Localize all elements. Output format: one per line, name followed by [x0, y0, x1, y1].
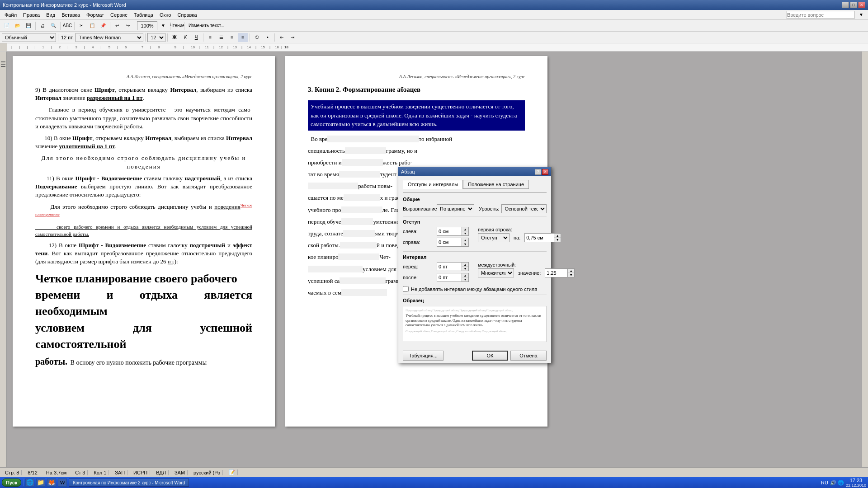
read-btn[interactable]: Чтение [172, 21, 182, 30]
taskbar-ie-icon[interactable]: 🌐 [25, 479, 34, 487]
align-select[interactable]: По ширине [437, 204, 474, 213]
style-select[interactable]: Обычный [2, 33, 56, 42]
open-btn[interactable]: 📂 [13, 21, 23, 30]
menu-help[interactable]: Справка [175, 11, 199, 19]
close-button[interactable]: ✕ [858, 2, 865, 8]
print-btn[interactable]: 🖨 [38, 21, 47, 30]
vertical-scrollbar[interactable] [862, 52, 868, 467]
menu-edit[interactable]: Правка [20, 11, 42, 19]
redo-btn[interactable]: ↪ [123, 21, 133, 30]
taskbar-folder-icon[interactable]: 📁 [36, 479, 45, 487]
cut-btn[interactable]: ✂ [76, 21, 86, 30]
para-11: 11) В окне Шрифт - Видоизменение ставим … [35, 174, 252, 199]
left-indent-down[interactable]: ▼ [462, 231, 468, 235]
search-help-btn[interactable]: ▼ [856, 10, 866, 19]
dialog-title-bar: Абзац ? ✕ [398, 167, 551, 176]
menu-format[interactable]: Формат [84, 11, 107, 19]
before-input[interactable] [437, 262, 462, 271]
undo-btn[interactable]: ↩ [112, 21, 122, 30]
left-indent-input[interactable] [437, 227, 462, 236]
tab-indent-interval[interactable]: Отступы и интервалы [403, 180, 463, 189]
interval-row: перед: ▲ ▼ после: [403, 262, 547, 284]
right-indent-spin[interactable]: ▲ ▼ [437, 238, 469, 247]
font-size-pt-label: 12 пт, [61, 35, 74, 40]
indent-decrease-btn[interactable]: ⇤ [277, 33, 287, 42]
before-down[interactable]: ▼ [462, 267, 468, 271]
font-name-select[interactable]: Times New Roman [75, 33, 143, 42]
dialog-close-btn[interactable]: ✕ [542, 169, 548, 175]
font-size-select[interactable]: 12 [147, 33, 165, 42]
first-line-down[interactable]: ▼ [554, 238, 561, 242]
no-space-row: Не добавлять интервал между абзацами одн… [403, 286, 547, 292]
cancel-button[interactable]: Отмена [510, 351, 547, 361]
save-btn[interactable]: 💾 [24, 21, 33, 30]
line-spacing-up[interactable]: ▲ [568, 269, 574, 273]
para-main1: Главное в период обучения в университете… [35, 106, 252, 131]
right-indent-down[interactable]: ▼ [462, 242, 468, 246]
tab-page-position[interactable]: Положение на странице [463, 180, 529, 189]
line-spacing-select[interactable]: Множитель [478, 268, 514, 277]
line-spacing-size-spin[interactable]: ▲ ▼ [545, 268, 575, 277]
line-spacing-down[interactable]: ▼ [568, 273, 574, 277]
menu-view[interactable]: Вид [43, 11, 58, 19]
after-input[interactable] [437, 273, 462, 282]
first-line-label: первая строка: [478, 227, 561, 232]
align-justify-btn[interactable]: ≡ [238, 33, 248, 42]
dialog-help-btn[interactable]: ? [535, 169, 541, 175]
taskbar-word-item[interactable]: Контрольная по Информатике 2 курс - Micr… [69, 479, 189, 487]
spell-btn[interactable]: ABC [62, 21, 72, 30]
taskbar-word-icon[interactable]: W [58, 479, 67, 487]
ok-button[interactable]: ОК [472, 351, 508, 361]
zoom-box[interactable]: 100% [137, 21, 157, 30]
taskbar-browser-icon[interactable]: 🦊 [47, 479, 56, 487]
first-line-size-input[interactable] [524, 233, 554, 242]
menu-file[interactable]: Файл [2, 11, 19, 19]
zoom-dropdown[interactable]: ▼ [158, 21, 168, 30]
before-up[interactable]: ▲ [462, 263, 468, 267]
menu-table[interactable]: Таблица [131, 11, 156, 19]
time-display: 17:23 [850, 478, 863, 483]
paste-btn[interactable]: 📌 [98, 21, 108, 30]
tab-button[interactable]: Табуляция... [403, 351, 443, 361]
left-indent-up[interactable]: ▲ [462, 227, 468, 231]
menu-tools[interactable]: Сервис [108, 11, 130, 19]
minimize-button[interactable]: _ [842, 2, 849, 8]
dialog-title-buttons[interactable]: ? ✕ [535, 169, 548, 175]
bold-btn[interactable]: Ж [170, 33, 179, 42]
new-btn[interactable]: 📄 [2, 21, 12, 30]
align-right-btn[interactable]: ≡ [227, 33, 237, 42]
left-indent-spin[interactable]: ▲ ▼ [437, 227, 469, 236]
window-controls[interactable]: _ □ ✕ [842, 2, 865, 8]
sep1 [35, 22, 36, 30]
menu-window[interactable]: Окно [157, 11, 174, 19]
level-select[interactable]: Основной текст [501, 204, 547, 213]
no-space-checkbox[interactable] [403, 286, 409, 292]
preview-btn[interactable]: 🔍 [48, 21, 58, 30]
first-line-select[interactable]: Отступ [478, 233, 509, 242]
help-search[interactable] [787, 11, 854, 19]
modify-text-btn[interactable]: Изменить текст... [186, 21, 226, 30]
line-spacing-size-input[interactable] [545, 268, 567, 277]
chapter-title: 3. Копия 2. Форматирование абзацев [308, 86, 525, 94]
copy-btn[interactable]: 📋 [87, 21, 97, 30]
first-line-up[interactable]: ▲ [554, 234, 561, 238]
italic-btn[interactable]: К [180, 33, 190, 42]
maximize-button[interactable]: □ [850, 2, 857, 8]
menu-insert[interactable]: Вставка [59, 11, 83, 19]
align-left-btn[interactable]: ≡ [205, 33, 215, 42]
after-spin[interactable]: ▲ ▼ [437, 273, 469, 282]
underline-btn[interactable]: Ч [191, 33, 201, 42]
indent-increase-btn[interactable]: ⇥ [288, 33, 297, 42]
date-display: 22.12.2010 [846, 483, 866, 488]
numbering-btn[interactable]: ① [252, 33, 262, 42]
before-spin[interactable]: ▲ ▼ [437, 262, 469, 271]
right-indent-up[interactable]: ▲ [462, 238, 468, 242]
first-line-size-spin[interactable]: ▲ ▼ [524, 233, 561, 242]
bullets-btn[interactable]: • [263, 33, 273, 42]
align-center-btn[interactable]: ☰ [216, 33, 226, 42]
status-col2: Кол 1 [91, 470, 109, 475]
after-up[interactable]: ▲ [462, 273, 468, 277]
right-indent-input[interactable] [437, 238, 462, 247]
after-down[interactable]: ▼ [462, 277, 468, 282]
start-button[interactable]: Пуск [2, 479, 21, 487]
